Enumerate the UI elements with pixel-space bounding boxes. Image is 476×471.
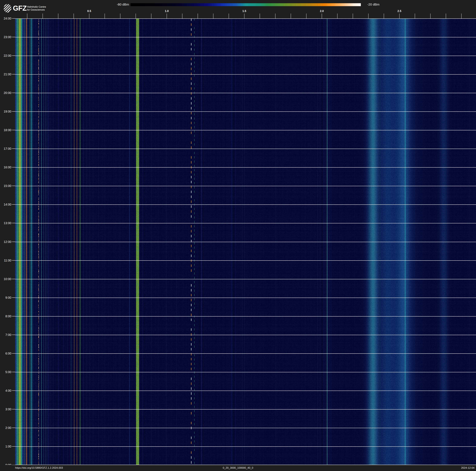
x-axis-minor-tick xyxy=(461,14,461,18)
y-axis-label: 11:00 xyxy=(0,259,11,262)
y-axis-label: 16:00 xyxy=(0,165,11,169)
y-axis-label: 19:00 xyxy=(0,110,11,113)
colorbar-min-label: -80 dBm xyxy=(98,3,129,6)
y-axis-label: 22:00 xyxy=(0,54,11,57)
y-axis-label: 5:00 xyxy=(0,370,11,374)
y-axis-tick xyxy=(12,93,15,93)
y-axis-tick xyxy=(12,260,15,261)
y-axis-tick xyxy=(12,409,15,409)
y-axis-tick xyxy=(12,242,15,242)
y-axis-tick xyxy=(12,446,15,447)
spectrogram-canvas xyxy=(15,18,476,465)
header-bar: GFZ Helmholtz Centre for Geosciences -80… xyxy=(0,0,476,18)
x-axis-tick-label: 1.0 xyxy=(165,10,169,13)
x-axis-minor-tick xyxy=(167,14,167,18)
x-axis-minor-tick xyxy=(198,14,198,18)
y-axis-label: 14:00 xyxy=(0,203,11,206)
x-axis-minor-tick xyxy=(446,14,446,18)
x-axis-tick-label: 2.5 xyxy=(397,10,401,13)
x-axis-minor-tick xyxy=(291,14,291,18)
y-axis-tick xyxy=(12,279,15,279)
y-axis-label: 10:00 xyxy=(0,277,11,281)
x-axis-minor-tick xyxy=(260,14,260,18)
x-axis-minor-tick xyxy=(182,14,182,18)
y-axis-label: 21:00 xyxy=(0,72,11,76)
x-axis-minor-tick xyxy=(136,14,136,18)
x-axis-minor-tick xyxy=(89,14,89,18)
y-axis-label: 2:00 xyxy=(0,426,11,430)
y-axis-tick xyxy=(12,297,15,298)
y-axis-label: 13:00 xyxy=(0,221,11,225)
y-axis-label: 24:00 xyxy=(0,17,11,20)
x-axis-minor-tick xyxy=(58,14,58,18)
x-axis-minor-tick xyxy=(368,14,369,18)
spectrogram-monitor-page: { "header": { "logo": { "acronym": "GFZ"… xyxy=(0,0,476,471)
x-axis-minor-tick xyxy=(43,14,43,18)
y-axis-label: 18:00 xyxy=(0,128,11,132)
y-axis-tick xyxy=(12,111,15,112)
y-axis-tick xyxy=(12,428,15,428)
y-axis-tick xyxy=(12,223,15,223)
colorbar-max-label: -20 dBm xyxy=(367,3,379,6)
x-axis-minor-tick xyxy=(322,14,322,18)
y-axis-tick xyxy=(12,372,15,372)
y-axis-label: 12:00 xyxy=(0,240,11,244)
y-axis-label: 9:00 xyxy=(0,296,11,299)
organisation-name: Helmholtz Centre for Geosciences xyxy=(27,5,46,11)
y-axis-label: 7:00 xyxy=(0,333,11,337)
y-axis-tick xyxy=(12,390,15,391)
x-axis-minor-tick xyxy=(229,14,229,18)
organisation-name-line1: Helmholtz Centre xyxy=(27,5,46,8)
x-axis-minor-tick xyxy=(213,14,213,18)
y-axis-tick xyxy=(12,74,15,74)
x-axis-minor-tick xyxy=(120,14,120,18)
y-axis-tick xyxy=(12,167,15,167)
dataset-id: 0_20_3000_100000_40_0 xyxy=(0,465,476,471)
date-label: 2024-12-04 xyxy=(461,465,475,471)
gfz-globe-logo-icon xyxy=(4,4,11,13)
y-axis-tick xyxy=(12,204,15,205)
y-axis-label: 4:00 xyxy=(0,389,11,392)
x-axis-tick-label: 2.0 xyxy=(320,10,324,13)
x-axis-minor-tick xyxy=(415,14,415,18)
footer-bar: https://doi.org/10.5880/GFZ.1.2.2024.003… xyxy=(0,465,476,471)
y-axis-label: 17:00 xyxy=(0,147,11,150)
x-axis-minor-tick xyxy=(74,14,74,18)
y-axis-label: 8:00 xyxy=(0,314,11,318)
y-axis-label: 15:00 xyxy=(0,184,11,188)
y-axis-label: 3:00 xyxy=(0,408,11,411)
x-axis-minor-tick xyxy=(151,14,152,18)
y-axis-tick xyxy=(12,37,15,37)
colorbar-gradient xyxy=(131,3,361,6)
x-axis-minor-tick xyxy=(306,14,306,18)
organisation-name-line2: for Geosciences xyxy=(27,8,46,11)
x-axis-minor-tick xyxy=(399,14,400,18)
y-axis-tick xyxy=(12,335,15,335)
y-axis-label: 20:00 xyxy=(0,91,11,95)
x-axis-minor-tick xyxy=(353,14,353,18)
x-axis-minor-tick xyxy=(430,14,431,18)
x-axis-minor-tick xyxy=(337,14,338,18)
x-axis-minor-tick xyxy=(384,14,384,18)
y-axis-label: 1:00 xyxy=(0,445,11,448)
x-axis-minor-tick xyxy=(244,14,244,18)
y-axis-tick xyxy=(12,130,15,130)
x-axis-tick-label: 1.5 xyxy=(242,10,246,13)
y-axis-tick xyxy=(12,316,15,316)
logo-acronym: GFZ xyxy=(13,4,27,12)
y-axis-tick xyxy=(12,55,15,56)
x-axis-minor-tick xyxy=(104,14,105,18)
y-axis-tick xyxy=(12,353,15,354)
y-axis-tick xyxy=(12,18,15,18)
x-axis-minor-tick xyxy=(275,14,275,18)
y-axis-tick xyxy=(12,186,15,186)
y-axis-tick xyxy=(12,148,15,149)
x-axis-tick-label: 0.5 xyxy=(87,10,91,13)
y-axis-label: 23:00 xyxy=(0,35,11,39)
x-axis-minor-tick xyxy=(27,14,27,18)
y-axis-label: 6:00 xyxy=(0,352,11,355)
